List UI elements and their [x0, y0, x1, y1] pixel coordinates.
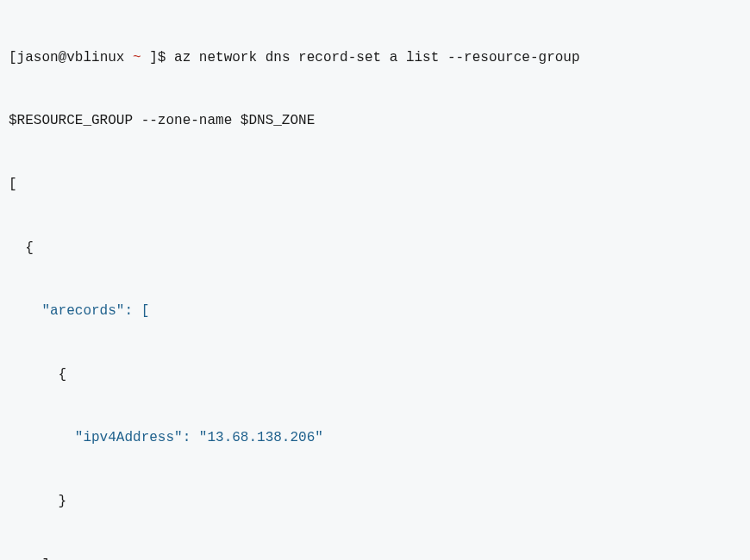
prompt-bracket-open: [: [9, 50, 17, 65]
json-array-close: ],: [9, 550, 741, 560]
json-arecords-key: "arecords": [: [9, 296, 741, 327]
command-text-1: az network dns record-set a list --resou…: [166, 50, 579, 65]
command-text-2: $RESOURCE_GROUP --zone-name $DNS_ZONE: [9, 105, 741, 137]
prompt-userhost: jason@vblinux: [17, 50, 125, 65]
json-inner-open: {: [9, 359, 741, 391]
prompt-bracket-close: ]$: [149, 50, 166, 65]
prompt-tilde: ~: [124, 50, 149, 65]
json-open-array: [: [9, 169, 741, 201]
terminal-output: [jason@vblinux ~ ]$ az network dns recor…: [9, 10, 741, 560]
json-ipv4-line: "ipv4Address": "13.68.138.206": [9, 422, 741, 454]
json-inner-close: }: [9, 486, 741, 518]
prompt-line-1: [jason@vblinux ~ ]$ az network dns recor…: [9, 42, 741, 74]
json-open-object: {: [9, 233, 741, 264]
